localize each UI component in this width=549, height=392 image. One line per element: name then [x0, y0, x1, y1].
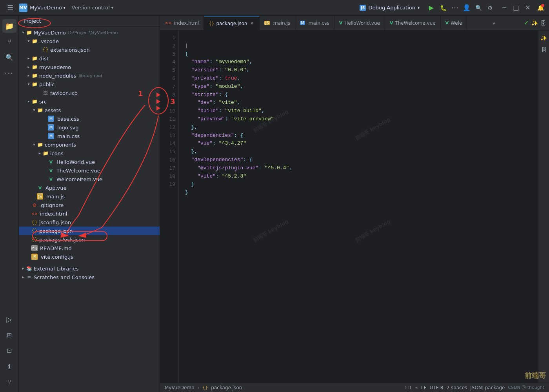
tree-item-package-json[interactable]: {} package.json: [19, 227, 160, 235]
hamburger-icon[interactable]: ☰: [3, 1, 17, 15]
editor-ai-icon[interactable]: ✨: [531, 20, 538, 26]
tree-item-vite-config[interactable]: JS vite.config.js: [19, 252, 160, 261]
tree-item-helloworld[interactable]: V HelloWorld.vue: [19, 158, 160, 166]
editor-db-button[interactable]: 🗄: [540, 45, 548, 54]
tab-main-js[interactable]: JS main.js: [260, 16, 295, 30]
code-editor[interactable]: | { "name": "myvuedemo", "version": "0.0…: [179, 31, 538, 383]
folder-icon-public: 📁: [31, 81, 38, 87]
tree-item-main-js[interactable]: JS main.js: [19, 192, 160, 201]
breadcrumb-project[interactable]: MyVueDemo: [165, 385, 195, 390]
sidebar-item-project[interactable]: 📁: [2, 19, 16, 33]
tree-item-src[interactable]: 📁 src: [19, 97, 160, 106]
sidebar-item-terminal[interactable]: ⊡: [2, 343, 16, 358]
arrow-base-css: [42, 116, 48, 122]
tree-item-readme[interactable]: M↓ README.md: [19, 244, 160, 252]
ico-icon-favicon: 🖼: [42, 90, 49, 96]
tree-item-base-css[interactable]: M base.css: [19, 114, 160, 123]
sidebar-item-git[interactable]: ⑂: [2, 34, 16, 49]
status-encoding[interactable]: UTF-8: [429, 385, 443, 390]
editor-db-icon[interactable]: 🗄: [540, 20, 546, 26]
tree-item-main-css[interactable]: M main.css: [19, 132, 160, 140]
more-tabs-button[interactable]: »: [489, 16, 498, 30]
ext-libs-icon: 📚: [26, 265, 32, 272]
tree-item-app-vue[interactable]: V App.vue: [19, 183, 160, 192]
tree-item-package-lock[interactable]: {} package-lock.json: [19, 235, 160, 244]
statusbar: MyVueDemo › {} package.json 1:1 ⌁ LF UTF…: [160, 383, 549, 392]
sidebar-item-source[interactable]: ⑂: [2, 375, 16, 389]
sidebar-item-more[interactable]: ···: [2, 66, 16, 80]
tree-item-assets[interactable]: 📁 assets: [19, 106, 160, 114]
arrow-main-css: [42, 133, 48, 139]
close-button[interactable]: ✕: [522, 2, 533, 13]
maximize-button[interactable]: □: [511, 2, 522, 13]
tree-item-icons[interactable]: 📁 icons: [19, 149, 160, 158]
folder-icon-src: 📁: [31, 98, 38, 105]
tree-item-index-html[interactable]: <> index.html: [19, 209, 160, 218]
sidebar-item-search[interactable]: 🔍: [2, 50, 16, 64]
minimize-button[interactable]: −: [499, 2, 510, 13]
tree-item-root[interactable]: 📁 MyVueDemo D:\Project\MyVueDemo: [19, 28, 160, 37]
settings-button[interactable]: ⚙: [485, 2, 496, 13]
vue-icon-thewelcome: V: [48, 167, 54, 174]
tree-item-logo-svg[interactable]: M logo.svg: [19, 123, 160, 132]
arrow-welcomeitem: [42, 176, 48, 182]
sidebar-item-info[interactable]: ℹ: [2, 359, 16, 373]
debug-config-icon: JS: [360, 5, 366, 11]
tab-package-json[interactable]: {} package.json ✕: [204, 16, 260, 30]
project-selector[interactable]: MyVueDemo ▾: [30, 5, 65, 11]
profile-button[interactable]: 👤: [461, 2, 472, 13]
status-csdn: CSDN ⓝ thought: [508, 385, 544, 390]
tab-close-package-json[interactable]: ✕: [249, 21, 255, 26]
tab-thewelcome-vue[interactable]: V TheWelcome.vue: [385, 16, 441, 30]
version-control-selector[interactable]: Version control ▾: [72, 5, 113, 11]
tree-item-jsconfig[interactable]: {} jsconfig.json: [19, 218, 160, 227]
tree-item-extensions[interactable]: {} extensions.json: [19, 45, 160, 54]
tree-label-node-modules: node_modules: [39, 73, 76, 79]
tab-icon-wele: V: [445, 20, 449, 25]
arrow-extensions: [37, 47, 42, 53]
status-position[interactable]: 1:1: [404, 385, 412, 390]
tab-main-css[interactable]: M main.css: [295, 16, 334, 30]
tab-wele[interactable]: V Wele: [441, 16, 467, 30]
project-dropdown-icon: ▾: [64, 5, 65, 10]
tree-item-dist[interactable]: 📁 dist: [19, 54, 160, 63]
status-filetype[interactable]: JSON: package: [470, 385, 505, 390]
arrow-package-json: [26, 228, 31, 234]
tree-item-public[interactable]: 📁 public: [19, 80, 160, 89]
run-button[interactable]: ▶: [426, 2, 437, 13]
tab-index-html[interactable]: <> index.html: [160, 16, 204, 30]
tree-item-thewelcome[interactable]: V TheWelcome.vue: [19, 166, 160, 175]
arrow-vscode: [26, 38, 31, 44]
folder-icon-icons: 📁: [42, 150, 49, 156]
status-lf[interactable]: LF: [421, 385, 427, 390]
tab-label-helloworld-vue: HelloWorld.vue: [344, 20, 380, 26]
tab-label-package-json: package.json: [216, 21, 247, 26]
arrow-node-modules: [26, 73, 31, 78]
tree-item-myvuedemo-dir[interactable]: 📁 myvuedemo: [19, 63, 160, 71]
tree-item-components[interactable]: 📁 components: [19, 140, 160, 149]
editor-ai-button[interactable]: ✨: [540, 34, 548, 42]
tree-item-scratches[interactable]: ≡ Scratches and Consoles: [19, 273, 160, 281]
debug-dropdown-icon: ▾: [418, 5, 420, 10]
editor-checkmark-icon[interactable]: ✓: [524, 19, 529, 27]
status-indent[interactable]: 2 spaces: [446, 385, 467, 390]
sidebar-icons: 📁 ⑂ 🔍 ··· ▷ ⊞ ⊡ ℹ ⑂: [0, 16, 19, 392]
window-controls: − □ ✕: [499, 2, 533, 13]
tree-item-gitignore[interactable]: ⊘ .gitignore: [19, 201, 160, 209]
tree-item-welcomeitem[interactable]: V WelcomeItem.vue: [19, 175, 160, 183]
tree-item-favicon[interactable]: 🖼 favicon.ico: [19, 89, 160, 97]
sidebar-item-layers[interactable]: ⊞: [2, 328, 16, 342]
more-actions-button[interactable]: ⋯: [449, 2, 460, 13]
debug-label: Debug Application: [368, 5, 415, 11]
debug-config[interactable]: JS Debug Application ▾: [356, 3, 424, 13]
breadcrumb-file[interactable]: package.json: [211, 385, 242, 390]
tree-item-ext-libs[interactable]: 📚 External Libraries: [19, 264, 160, 273]
search-button[interactable]: 🔍: [473, 2, 484, 13]
notification-button[interactable]: 🔔: [535, 2, 546, 13]
tree-item-vscode[interactable]: 📁 .vscode: [19, 37, 160, 45]
tab-helloworld-vue[interactable]: V HelloWorld.vue: [334, 16, 385, 30]
tree-item-node-modules[interactable]: 📁 node_modules library root: [19, 71, 160, 80]
vue-icon-app: V: [37, 185, 43, 191]
debug-button[interactable]: 🐛: [438, 2, 449, 13]
sidebar-item-run[interactable]: ▷: [2, 312, 16, 326]
